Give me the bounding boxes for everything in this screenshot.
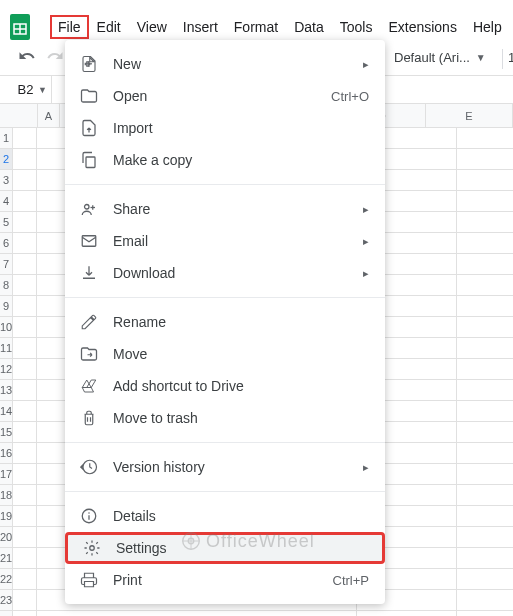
menubar: File Edit View Insert Format Data Tools … [0,14,513,40]
menu-separator [65,442,385,443]
menu-file[interactable]: File [50,15,89,39]
svg-rect-6 [86,157,95,168]
row-header[interactable]: 21 [0,548,13,569]
import-icon [79,119,99,137]
menu-view[interactable]: View [129,15,175,39]
row-header[interactable]: 9 [0,296,13,317]
submenu-arrow-icon: ▸ [363,267,369,280]
row-header[interactable]: 23 [0,590,13,611]
submenu-arrow-icon: ▸ [363,58,369,71]
sheets-logo[interactable] [8,15,32,39]
menu-extensions[interactable]: Extensions [380,15,464,39]
menu-item-settings[interactable]: Settings [65,532,385,564]
menu-item-move[interactable]: Move [65,338,385,370]
shortcut-text: Ctrl+O [331,89,369,104]
menu-item-rename[interactable]: Rename [65,306,385,338]
menu-separator [65,184,385,185]
move-icon [79,345,99,363]
row-header[interactable]: 11 [0,338,13,359]
row-header[interactable]: 7 [0,254,13,275]
row-header[interactable]: 18 [0,485,13,506]
menu-item-open[interactable]: Open Ctrl+O [65,80,385,112]
row-header[interactable]: 10 [0,317,13,338]
new-doc-icon [79,55,99,73]
submenu-arrow-icon: ▸ [363,235,369,248]
col-header-A[interactable]: A [38,104,59,128]
row-header[interactable]: 20 [0,527,13,548]
chevron-down-icon: ▼ [38,85,47,95]
copy-icon [79,151,99,169]
menu-item-email[interactable]: Email ▸ [65,225,385,257]
menu-help[interactable]: Help [465,15,510,39]
submenu-arrow-icon: ▸ [363,461,369,474]
info-icon [79,507,99,525]
menu-data[interactable]: Data [286,15,332,39]
menu-separator [65,491,385,492]
svg-point-14 [90,546,95,551]
print-icon [79,571,99,589]
menu-separator [65,297,385,298]
gear-icon [82,539,102,557]
svg-point-7 [85,205,90,210]
menu-item-version-history[interactable]: Version history ▸ [65,451,385,483]
menu-item-trash[interactable]: Move to trash [65,402,385,434]
menu-format[interactable]: Format [226,15,286,39]
folder-icon [79,87,99,105]
submenu-arrow-icon: ▸ [363,203,369,216]
row-header[interactable]: 16 [0,443,13,464]
undo-button[interactable] [18,47,36,68]
rename-icon [79,313,99,331]
menu-edit[interactable]: Edit [89,15,129,39]
menu-insert[interactable]: Insert [175,15,226,39]
menu-item-share[interactable]: Share ▸ [65,193,385,225]
cell-row[interactable] [13,611,513,616]
row-header[interactable]: 3 [0,170,13,191]
row-header[interactable]: 5 [0,212,13,233]
menu-item-import[interactable]: Import [65,112,385,144]
download-icon [79,264,99,282]
email-icon [79,232,99,250]
share-icon [79,200,99,218]
menu-item-add-shortcut[interactable]: Add shortcut to Drive [65,370,385,402]
menu-item-make-copy[interactable]: Make a copy [65,144,385,176]
chevron-down-icon: ▼ [476,52,486,63]
menu-item-download[interactable]: Download ▸ [65,257,385,289]
row-header[interactable]: 4 [0,191,13,212]
row-header[interactable]: 1 [0,128,13,149]
row-header[interactable]: 22 [0,569,13,590]
menu-item-print[interactable]: Print Ctrl+P [65,564,385,596]
font-name: Default (Ari... [394,50,470,65]
col-header-E[interactable]: E [426,104,513,128]
row-header[interactable]: 2 [0,149,13,170]
svg-point-13 [88,512,90,514]
row-header[interactable]: 19 [0,506,13,527]
menu-tools[interactable]: Tools [332,15,381,39]
redo-button[interactable] [46,47,64,68]
file-menu-dropdown: New ▸ Open Ctrl+O Import Make a copy Sha… [65,40,385,604]
row-header[interactable]: 12 [0,359,13,380]
menu-item-new[interactable]: New ▸ [65,48,385,80]
row-header[interactable]: 14 [0,401,13,422]
svg-rect-5 [88,61,89,67]
row-header[interactable]: 15 [0,422,13,443]
history-icon [79,458,99,476]
row-header[interactable]: 8 [0,275,13,296]
font-size[interactable]: 1 [508,50,513,65]
menu-item-details[interactable]: Details [65,500,385,532]
row-header[interactable]: 6 [0,233,13,254]
trash-icon [79,409,99,427]
name-box[interactable]: B2 ▼ [0,76,52,103]
drive-shortcut-icon [79,377,99,395]
row-header[interactable]: 24 [0,611,13,616]
font-selector[interactable]: Default (Ari... ▼ [394,50,486,65]
shortcut-text: Ctrl+P [333,573,369,588]
row-header[interactable]: 13 [0,380,13,401]
select-all-corner[interactable] [0,104,38,128]
toolbar-separator [502,49,503,69]
row-header[interactable]: 17 [0,464,13,485]
